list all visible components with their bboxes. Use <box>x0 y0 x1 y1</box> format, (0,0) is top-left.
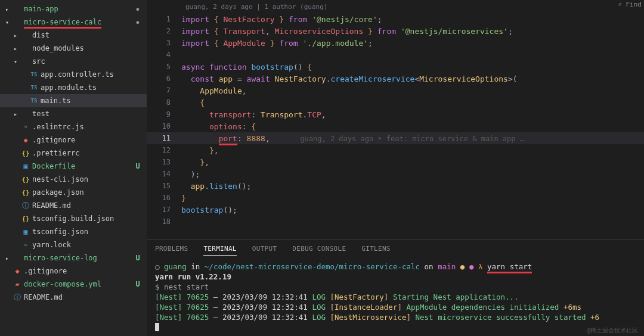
tree-item-nest-cli-json[interactable]: {}nest-cli.json <box>0 173 147 186</box>
editor-area: guang, 2 days ago | 1 author (guang) 1im… <box>147 0 644 336</box>
tree-item-readme-md[interactable]: ⓘREADME.md <box>0 199 147 212</box>
tree-item-label: test <box>32 110 142 118</box>
tree-item-tsconfig-build-json[interactable]: {}tsconfig.build.json <box>0 212 147 225</box>
tree-item-main-ts[interactable]: TSmain.ts <box>0 94 147 107</box>
tree-item-label: main-app <box>24 5 134 13</box>
code-line[interactable]: 8 { <box>147 97 644 108</box>
git-status-badge: U <box>134 280 142 288</box>
git-blame-header: guang, 2 days ago | 1 author (guang) <box>147 0 644 12</box>
code-line[interactable]: 6 const app = await NestFactory.createMi… <box>147 73 644 85</box>
chevron-icon: ▸ <box>11 32 20 39</box>
code-line[interactable]: 3import { AppModule } from './app.module… <box>147 37 644 49</box>
tree-item-readme-md[interactable]: ⓘREADME.md <box>0 291 147 304</box>
file-icon: ▣ <box>20 228 31 236</box>
code-line[interactable]: 17bootstrap(); <box>147 204 644 216</box>
code-content: AppModule, <box>181 86 247 95</box>
tree-item--gitignore[interactable]: ◆.gitignore <box>0 265 147 278</box>
code-editor[interactable]: 1import { NestFactory } from '@nestjs/co… <box>147 12 644 239</box>
panel-tab-problems[interactable]: PROBLEMS <box>155 245 188 256</box>
file-icon: ⓘ <box>12 293 23 303</box>
tree-item-app-module-ts[interactable]: TSapp.module.ts <box>0 81 147 94</box>
tree-item-main-app[interactable]: ▸main-app● <box>0 2 147 15</box>
panel-tab-terminal[interactable]: TERMINAL <box>203 245 236 256</box>
code-content: } <box>181 194 186 203</box>
chevron-icon: ▾ <box>2 19 12 26</box>
chevron-icon: ▸ <box>11 111 20 117</box>
file-icon: TS <box>29 85 39 91</box>
tree-item-label: .gitignore <box>24 267 142 275</box>
code-content: bootstrap(); <box>181 206 237 214</box>
tree-item-dockerfile[interactable]: ▣DockerfileU <box>0 160 147 173</box>
tree-item-label: app.controller.ts <box>41 70 142 79</box>
panel-tab-output[interactable]: OUTPUT <box>252 245 277 256</box>
code-line[interactable]: 5async function bootstrap() { <box>147 61 644 73</box>
code-content: async function bootstrap() { <box>181 63 312 71</box>
line-number: 1 <box>147 15 181 23</box>
tree-item-label: .gitignore <box>32 136 142 144</box>
line-number: 2 <box>147 27 181 35</box>
tree-item--prettierrc[interactable]: {}.prettierrc <box>0 147 147 160</box>
tree-item--eslintrc-js[interactable]: ◦.eslintrc.js <box>0 120 147 133</box>
code-line[interactable]: 7 AppModule, <box>147 85 644 97</box>
code-line[interactable]: 18 <box>147 216 644 228</box>
code-content: import { NestFactory } from '@nestjs/cor… <box>181 15 382 24</box>
panel-tabs: PROBLEMSTERMINALOUTPUTDEBUG CONSOLEGITLE… <box>147 240 644 259</box>
code-line[interactable]: 2import { Transport, MicroserviceOptions… <box>147 25 644 37</box>
tree-item-label: tsconfig.build.json <box>32 214 142 223</box>
find-hint: ⌕ Find <box>618 1 642 8</box>
chevron-icon: ▸ <box>2 6 12 13</box>
terminal-prompt: ○ guang in ~/code/nest-microservice-demo… <box>155 262 636 272</box>
tree-item-src[interactable]: ▾src <box>0 55 147 68</box>
terminal-output[interactable]: ○ guang in ~/code/nest-microservice-demo… <box>147 259 644 336</box>
modified-dot-icon: ● <box>134 20 142 25</box>
code-line[interactable]: 14 ); <box>147 168 644 180</box>
tree-item-micro-service-log[interactable]: ▸micro-service-logU <box>0 251 147 265</box>
tree-item-label: micro-service-log <box>24 254 134 262</box>
code-line[interactable]: 11 port: 8888, guang, 2 days ago • feat:… <box>147 132 644 144</box>
line-number: 18 <box>147 217 181 226</box>
tree-item-tsconfig-json[interactable]: ▣tsconfig.json <box>0 225 147 238</box>
tree-item-app-controller-ts[interactable]: TSapp.controller.ts <box>0 68 147 81</box>
tree-item--gitignore[interactable]: ◆.gitignore <box>0 133 147 147</box>
tree-item-label: .prettierrc <box>32 149 142 157</box>
file-icon: ◆ <box>12 267 23 275</box>
file-icon: ⓘ <box>20 201 31 211</box>
tree-item-label: Dockerfile <box>32 162 134 170</box>
tree-item-package-json[interactable]: {}package.json <box>0 186 147 199</box>
code-line[interactable]: 16} <box>147 192 644 204</box>
file-icon: {} <box>20 176 31 183</box>
line-number: 3 <box>147 39 181 47</box>
tree-item-test[interactable]: ▸test <box>0 107 147 120</box>
file-icon: {} <box>20 215 31 223</box>
tree-item-micro-service-calc[interactable]: ▾micro-service-calc● <box>0 15 147 29</box>
tree-item-yarn-lock[interactable]: ⌁yarn.lock <box>0 238 147 251</box>
line-number: 8 <box>147 98 181 107</box>
terminal-line: [Nest] 70625 – 2023/03/09 12:32:41 LOG [… <box>155 312 636 322</box>
panel-tab-debug-console[interactable]: DEBUG CONSOLE <box>292 245 346 256</box>
line-number: 6 <box>147 74 181 83</box>
code-line[interactable]: 9 transport: Transport.TCP, <box>147 108 644 120</box>
tree-item-label: dist <box>32 31 142 39</box>
tree-item-label: docker-compose.yml <box>24 280 134 288</box>
code-line[interactable]: 15 app.listen(); <box>147 180 644 192</box>
tree-item-label: .eslintrc.js <box>32 123 142 131</box>
code-line[interactable]: 4 <box>147 49 644 61</box>
terminal-line: $ nest start <box>155 282 636 292</box>
tree-item-docker-compose-yml[interactable]: ▰docker-compose.ymlU <box>0 278 147 291</box>
modified-dot-icon: ● <box>134 7 142 12</box>
code-line[interactable]: 1import { NestFactory } from '@nestjs/co… <box>147 13 644 25</box>
code-line[interactable]: 13 }, <box>147 156 644 168</box>
tree-item-label: app.module.ts <box>41 83 142 92</box>
code-content: import { Transport, MicroserviceOptions … <box>181 27 513 36</box>
tree-item-node_modules[interactable]: ▸node_modules <box>0 42 147 55</box>
tree-item-dist[interactable]: ▸dist <box>0 29 147 42</box>
code-line[interactable]: 12 }, <box>147 144 644 156</box>
tree-item-label: package.json <box>32 188 142 197</box>
tree-item-label: README.md <box>32 201 142 210</box>
code-content: const app = await NestFactory.createMicr… <box>181 74 518 83</box>
tree-item-label: tsconfig.json <box>32 228 142 236</box>
code-content: import { AppModule } from './app.module'… <box>181 39 373 48</box>
code-line[interactable]: 10 options: { <box>147 120 644 132</box>
panel-tab-gitlens[interactable]: GITLENS <box>361 245 390 256</box>
file-icon: ⌁ <box>20 241 31 249</box>
